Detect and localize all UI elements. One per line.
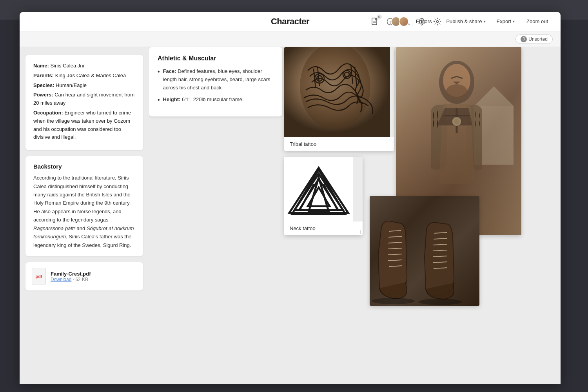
- unsorted-count: 0: [521, 36, 527, 42]
- svg-point-25: [452, 117, 461, 126]
- face-bullet: Face: Defined features, blue eyes, shoul…: [158, 67, 274, 92]
- publish-label: Publish & share: [446, 18, 482, 24]
- neck-tattoo-caption: Neck tattoo: [284, 221, 363, 235]
- download-link[interactable]: Download: [51, 277, 71, 282]
- tribal-tattoo-card[interactable]: Tribal tattoo: [284, 47, 394, 151]
- unsorted-label: Unsorted: [528, 36, 548, 42]
- file-name: Family-Crest.pdf: [51, 271, 91, 277]
- svg-point-24: [446, 84, 468, 100]
- occupation-label: Occupation:: [33, 110, 63, 116]
- parents-value: King Jøs Calea & Mades Calea: [55, 73, 126, 78]
- svg-point-49: [419, 299, 462, 305]
- toolbar: 0 Unsorted: [20, 31, 561, 47]
- tribal-tattoo-image: [284, 47, 390, 137]
- header: 0 ?: [20, 12, 561, 31]
- svg-point-48: [372, 298, 415, 304]
- svg-marker-21: [474, 86, 514, 106]
- page-title: Character: [271, 16, 309, 27]
- name-row: Name: Siriis Calea Jnr: [33, 62, 135, 70]
- name-label: Name:: [33, 63, 49, 69]
- zoom-out-button[interactable]: Zoom out: [522, 16, 553, 26]
- backstory-text: According to the traditional literature,…: [33, 174, 135, 249]
- svg-rect-20: [474, 106, 514, 165]
- zoom-label: Zoom out: [526, 18, 548, 24]
- export-button[interactable]: Export ▾: [493, 16, 519, 26]
- main-content: Name: Siriis Calea Jnr Parents: King Jøs…: [20, 47, 561, 384]
- editors-chevron: ▾: [433, 19, 435, 24]
- parents-row: Parents: King Jøs Calea & Mades Calea: [33, 72, 135, 80]
- athletic-bullets: Face: Defined features, blue eyes, shoul…: [158, 67, 274, 105]
- svg-point-23: [443, 64, 470, 97]
- editors-button[interactable]: Editors ▾: [412, 16, 439, 26]
- backstory-title: Backstory: [33, 163, 135, 170]
- file-size: 62 KB: [75, 277, 88, 282]
- species-row: Species: Human/Eagle: [33, 82, 135, 90]
- neck-tattoo-image: [284, 157, 353, 221]
- occupation-row: Occupation: Engineer who turned to crime…: [33, 109, 135, 142]
- boots-image: [370, 196, 479, 306]
- export-chevron: ▾: [513, 19, 515, 24]
- backstory-card: Backstory According to the traditional l…: [25, 156, 143, 256]
- document-badge: 0: [377, 15, 382, 19]
- unsorted-badge[interactable]: 0 Unsorted: [515, 34, 553, 44]
- tribal-tattoo-caption: Tribal tattoo: [284, 137, 394, 151]
- powers-label: Powers:: [33, 92, 53, 98]
- editor-avatars: [391, 16, 409, 27]
- boots-card[interactable]: [370, 196, 479, 306]
- neck-tattoo-card[interactable]: Neck tattoo: [284, 157, 363, 235]
- publish-chevron: ▾: [484, 19, 486, 24]
- document-icon[interactable]: 0: [369, 16, 380, 27]
- export-label: Export: [497, 18, 512, 24]
- parents-label: Parents:: [33, 73, 54, 78]
- file-card: pdf Family-Crest.pdf Download · 62 KB: [25, 262, 143, 290]
- name-value: Siriis Calea Jnr: [50, 63, 84, 69]
- sidebar: Name: Siriis Calea Jnr Parents: King Jøs…: [20, 47, 149, 384]
- svg-point-26: [454, 119, 459, 124]
- athletic-block: Athletic & Muscular Face: Defined featur…: [149, 47, 282, 116]
- species-value: Human/Eagle: [56, 82, 87, 88]
- powers-row: Powers: Can hear and sight movement from…: [33, 91, 135, 107]
- height-bullet: Height: 6'1", 220lb muscular frame.: [158, 96, 274, 104]
- file-info: Family-Crest.pdf Download · 62 KB: [51, 271, 91, 282]
- header-actions: Editors ▾ Publish & share ▾ Export ▾ Zoo…: [391, 16, 553, 27]
- height-text: Height: 6'1", 220lb muscular frame.: [163, 96, 244, 104]
- face-text: Face: Defined features, blue eyes, shoul…: [163, 67, 274, 92]
- publish-share-button[interactable]: Publish & share ▾: [442, 16, 489, 26]
- species-label: Species:: [33, 82, 54, 88]
- character-info-card: Name: Siriis Calea Jnr Parents: King Jøs…: [25, 55, 143, 150]
- avatar-2: [399, 16, 409, 27]
- svg-point-22: [439, 61, 474, 104]
- editors-label: Editors: [416, 18, 432, 24]
- pdf-icon: pdf: [32, 268, 46, 285]
- app-window: 0 ?: [20, 12, 561, 384]
- resize-handle[interactable]: [357, 229, 361, 234]
- canvas[interactable]: Athletic & Muscular Face: Defined featur…: [149, 47, 561, 384]
- athletic-title: Athletic & Muscular: [158, 55, 274, 62]
- file-meta: Download · 62 KB: [51, 277, 91, 282]
